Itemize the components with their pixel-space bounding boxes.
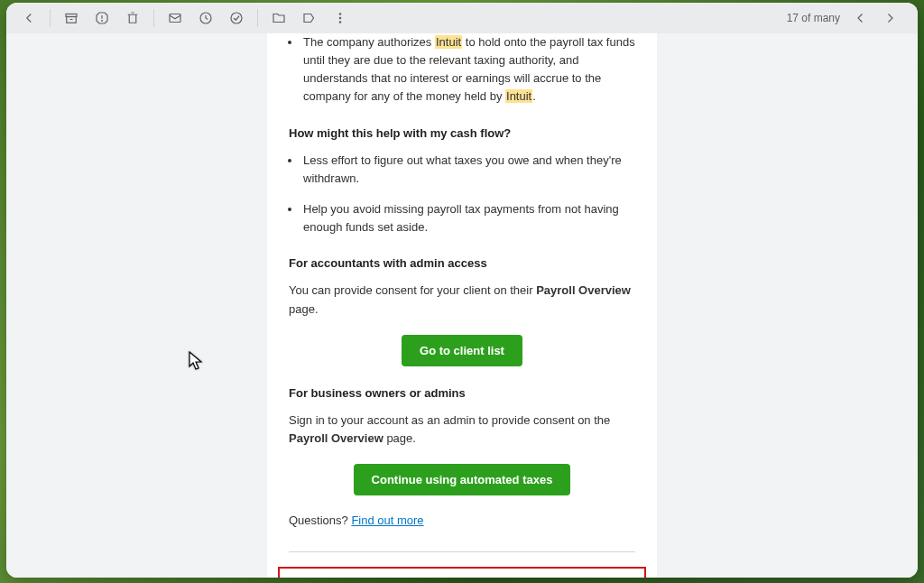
svg-point-9 bbox=[231, 13, 242, 23]
scroll-area[interactable]: The company authorizes Intuit to hold on… bbox=[6, 33, 918, 578]
divider bbox=[289, 551, 635, 552]
business-text: Sign in to your account as an admin to p… bbox=[289, 412, 635, 448]
labels-button[interactable] bbox=[296, 5, 323, 32]
list-item: Help you avoid missing payroll tax payme… bbox=[301, 200, 635, 236]
text: . bbox=[532, 89, 536, 103]
svg-rect-7 bbox=[170, 14, 180, 23]
svg-point-10 bbox=[339, 14, 341, 15]
content-area: The company authorizes Intuit to hold on… bbox=[6, 33, 918, 578]
snooze-button[interactable] bbox=[192, 5, 219, 32]
svg-point-11 bbox=[339, 17, 341, 19]
email-toolbar: 17 of many bbox=[6, 3, 918, 33]
prev-button[interactable] bbox=[847, 5, 874, 32]
more-button[interactable] bbox=[327, 5, 354, 32]
move-to-button[interactable] bbox=[265, 5, 292, 32]
separator bbox=[153, 9, 154, 27]
payroll-overview-bold: Payroll Overview bbox=[289, 431, 383, 445]
consent-box: You're receiving this email as an admin … bbox=[278, 567, 646, 578]
back-button[interactable] bbox=[15, 5, 42, 32]
separator bbox=[257, 9, 258, 27]
highlight-intuit: Intuit bbox=[435, 35, 462, 49]
next-button[interactable] bbox=[876, 5, 903, 32]
heading-accountants: For accountants with admin access bbox=[289, 254, 635, 273]
list-item: The company authorizes Intuit to hold on… bbox=[301, 33, 635, 106]
archive-button[interactable] bbox=[58, 5, 85, 32]
text: page. bbox=[289, 302, 319, 316]
page-count: 17 of many bbox=[787, 12, 840, 24]
text: The company authorizes bbox=[303, 35, 435, 49]
text: Questions? bbox=[289, 514, 351, 527]
payroll-overview-bold: Payroll Overview bbox=[536, 283, 631, 297]
text: page. bbox=[383, 431, 416, 445]
separator bbox=[50, 9, 51, 27]
go-to-client-list-button[interactable]: Go to client list bbox=[402, 335, 522, 366]
email-container: The company authorizes Intuit to hold on… bbox=[267, 33, 657, 578]
delete-button[interactable] bbox=[119, 5, 146, 32]
pager: 17 of many bbox=[787, 5, 903, 32]
bullet-list-cash: Less effort to figure out what taxes you… bbox=[301, 152, 635, 237]
continue-automated-taxes-button[interactable]: Continue using automated taxes bbox=[354, 464, 571, 495]
accountant-text: You can provide consent for your client … bbox=[289, 282, 635, 318]
highlight-intuit: Intuit bbox=[505, 89, 532, 103]
svg-point-12 bbox=[339, 22, 341, 23]
mark-unread-button[interactable] bbox=[162, 5, 189, 32]
bullet-list-authorize: The company authorizes Intuit to hold on… bbox=[301, 33, 635, 106]
questions-line: Questions? Find out more bbox=[289, 512, 635, 530]
text: You can provide consent for your client … bbox=[289, 283, 536, 297]
list-item: Less effort to figure out what taxes you… bbox=[301, 152, 635, 188]
text: Sign in to your account as an admin to p… bbox=[289, 413, 610, 427]
find-out-more-link[interactable]: Find out more bbox=[351, 514, 423, 527]
heading-cash-flow: How might this help with my cash flow? bbox=[289, 125, 635, 143]
report-spam-button[interactable] bbox=[88, 5, 116, 32]
add-task-button[interactable] bbox=[223, 5, 250, 32]
app-window: 17 of many The company authorizes Intuit… bbox=[6, 3, 918, 578]
svg-point-5 bbox=[102, 21, 103, 22]
heading-business-owners: For business owners or admins bbox=[289, 384, 635, 403]
